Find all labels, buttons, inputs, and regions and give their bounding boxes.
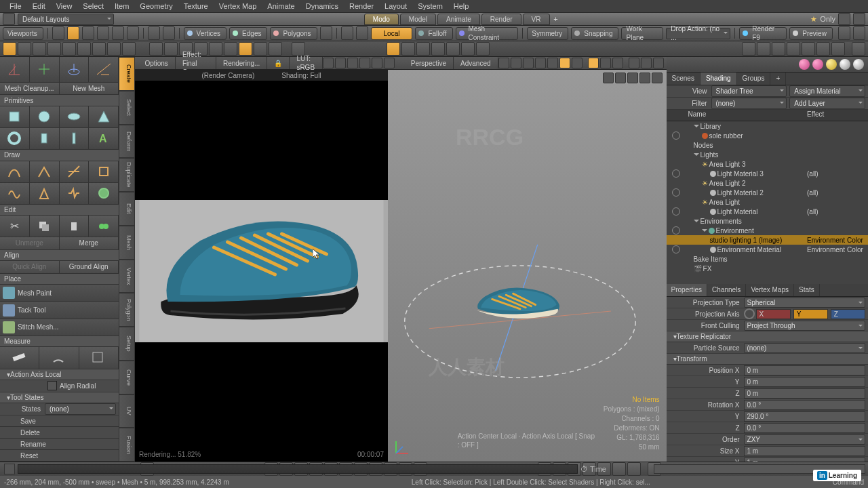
sidetab-uv[interactable]: UV [119,394,135,428]
tree-row[interactable]: ☀ Area Light [667,197,868,207]
menu-item[interactable]: Item [109,2,134,11]
vp-icon[interactable] [372,58,382,68]
mesh-paint-button[interactable]: Mesh Paint [0,285,119,302]
t2r-plus-icon[interactable] [831,42,845,56]
sidetab-create[interactable]: Create [119,57,135,91]
advanced-tab[interactable]: Advanced [454,57,498,69]
render-viewport[interactable]: (Render Camera)Shading: Full [135,70,388,462]
orbit-icon[interactable] [615,73,626,83]
add-shader-tab[interactable]: + [770,73,786,85]
protractor-icon[interactable] [39,347,79,368]
vp-icon[interactable] [523,58,534,68]
refresh-icon[interactable] [122,42,136,56]
vp-icon[interactable] [653,58,664,68]
menu-help[interactable]: Help [448,2,475,11]
drop-action-dropdown[interactable]: Drop Action: (no ... [666,28,730,39]
t2m-icon[interactable] [461,42,475,56]
sidetab-vertex[interactable]: Vertex [119,260,135,293]
cube-primitive[interactable] [0,106,30,127]
t2c-icon[interactable] [164,42,178,56]
tab-animate[interactable]: Animate [437,14,480,25]
menu-geometry[interactable]: Geometry [134,2,178,11]
lut-tab[interactable]: LUT: sRGB [290,57,323,69]
ellipsoid-primitive[interactable] [60,106,90,127]
vp-icon[interactable] [347,58,358,68]
shader-tree[interactable]: Library sole rubber Nodes Lights☀ Area L… [667,121,868,284]
axis-icon[interactable] [0,57,30,82]
object-icon[interactable] [148,26,160,40]
matcap-white[interactable] [853,59,864,70]
layout-only[interactable]: Only [820,15,835,24]
cone-primitive[interactable] [89,106,119,127]
tree-row[interactable]: sole rubber [667,131,868,140]
draw5-icon[interactable] [0,183,30,204]
matcap-pink[interactable] [799,59,810,70]
states-save-button[interactable]: Save [0,415,119,427]
frame-marker[interactable] [4,464,15,474]
menu-view[interactable]: View [51,2,78,11]
sidetab-duplicate[interactable]: Duplicate [119,158,135,192]
edges-button[interactable]: Edges [229,27,267,40]
t2-icon[interactable] [107,42,121,56]
t2r-icon[interactable] [742,42,755,56]
t2m-icon[interactable] [431,42,445,56]
vp-icon[interactable] [335,58,346,68]
size-x-input[interactable]: 1 m [744,446,865,456]
help-icon[interactable] [853,13,865,25]
preview-button[interactable]: Preview [789,27,833,40]
t2-icon[interactable] [47,42,61,56]
axis-z-button[interactable]: Z [831,309,865,319]
states-delete-button[interactable]: Delete [0,427,119,439]
position-z-input[interactable]: 0 m [744,388,865,399]
tree-row[interactable]: Lights [667,150,868,159]
states-reset-button[interactable]: Reset [0,450,119,462]
magnet-icon[interactable] [341,26,353,40]
torus-primitive[interactable] [0,128,30,149]
sidetab-curve[interactable]: Curve [119,361,135,394]
draw1-icon[interactable] [0,161,30,182]
shader-tab-scenes[interactable]: Scenes [667,73,701,85]
axis-radio[interactable] [744,308,755,319]
rotation-y-input[interactable]: 290.0 ° [744,411,865,422]
t2r-icon[interactable] [802,42,815,56]
copy-icon[interactable] [30,216,60,237]
scale-icon[interactable] [127,26,139,40]
ruler-icon[interactable] [0,347,39,368]
expand-icon[interactable] [852,42,865,56]
draw8-icon[interactable] [89,183,119,204]
draw7-icon[interactable] [60,183,90,204]
t2-icon[interactable] [33,42,46,56]
effect-tab[interactable]: Effect: Final C... [176,57,216,69]
tree-row[interactable]: Nodes [667,140,868,150]
tree-row[interactable]: Light Material 2(all) [667,188,868,197]
menu-edit[interactable]: Edit [27,2,51,11]
tree-row[interactable]: ☀ Area Light 3 [667,159,868,169]
chevrons-icon[interactable] [853,26,865,40]
t2-icon[interactable] [77,42,91,56]
matcap-grey[interactable] [840,59,850,70]
axis4-icon[interactable] [89,57,119,82]
merge-button[interactable]: Merge [60,237,119,249]
fit-icon[interactable] [639,73,650,83]
prop-tab-stats[interactable]: Stats [794,284,820,296]
prop-tab-properties[interactable]: Properties [667,284,708,296]
filter-dropdown[interactable]: (none) [711,98,787,109]
workplane-button[interactable]: Work Plane [621,27,663,40]
add-tab-button[interactable]: + [551,14,561,24]
sidetab-polygon[interactable]: Polygon [119,293,135,327]
vp-icon[interactable] [535,58,546,68]
t2m-icon[interactable] [401,42,415,56]
tree-row[interactable]: Bake Items [667,254,868,264]
move-icon[interactable] [97,26,109,40]
vp-icon[interactable] [511,58,521,68]
layout-dropdown[interactable]: Default Layouts [18,14,114,25]
local-button[interactable]: Local [371,27,413,40]
link-icon[interactable] [356,26,368,40]
tree-row[interactable]: Environments [667,216,868,226]
menu-file[interactable]: File [4,2,27,11]
states-rename-button[interactable]: Rename [0,439,119,450]
chevron-icon[interactable] [652,73,663,83]
vp-icon[interactable] [559,58,570,68]
rotation-x-input[interactable]: 0.0 ° [744,400,865,410]
draw3-icon[interactable] [60,161,90,182]
